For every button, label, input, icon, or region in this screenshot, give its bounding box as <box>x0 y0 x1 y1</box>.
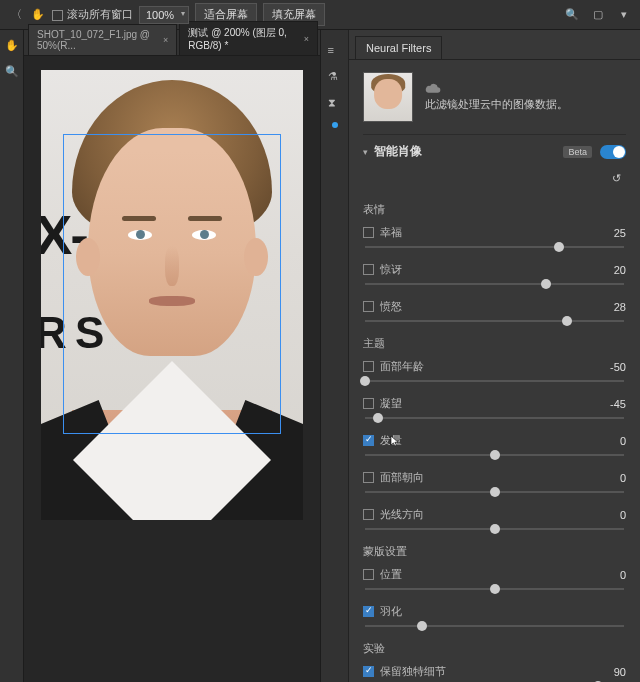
slider-knob[interactable] <box>541 279 551 289</box>
slider-knob[interactable] <box>554 242 564 252</box>
share-icon[interactable]: ▢ <box>590 7 606 23</box>
slider-checkbox[interactable] <box>363 435 374 446</box>
viewport[interactable]: X- R S <box>24 56 320 682</box>
filter-toggle[interactable] <box>600 145 626 159</box>
all-filters-icon[interactable]: ≡ <box>328 44 342 58</box>
tab-label: SHOT_10_072_F1.jpg @ 50%(R... <box>37 29 159 51</box>
workspace-dropdown-icon[interactable]: ▾ <box>616 7 632 23</box>
chevron-down-icon: ▾ <box>363 147 368 157</box>
search-icon[interactable]: 🔍 <box>564 7 580 23</box>
slider-checkbox[interactable] <box>363 398 374 409</box>
slider-track[interactable] <box>365 491 624 493</box>
slider-value: 28 <box>614 301 626 313</box>
slider-value: 0 <box>620 569 626 581</box>
zoom-dropdown[interactable]: 100% <box>139 6 189 24</box>
scroll-all-checkbox[interactable]: 滚动所有窗口 <box>52 7 133 22</box>
slider-surprise: 惊讶20 <box>363 262 626 285</box>
scroll-all-label: 滚动所有窗口 <box>67 8 133 20</box>
slider-track[interactable] <box>365 380 624 382</box>
slider-checkbox[interactable] <box>363 227 374 238</box>
slider-value: 0 <box>620 509 626 521</box>
left-toolbar: ✋ 🔍 <box>0 30 24 682</box>
slider-label: 羽化 <box>380 604 402 619</box>
tab-label: 测试 @ 200% (图层 0, RGB/8) * <box>188 26 299 51</box>
group-label: 蒙版设置 <box>363 544 626 559</box>
slider-track[interactable] <box>365 625 624 627</box>
tab-neural-filters[interactable]: Neural Filters <box>355 36 442 59</box>
slider-label: 凝望 <box>380 396 402 411</box>
slider-knob[interactable] <box>490 450 500 460</box>
panel-scroll[interactable]: ▾ 智能肖像 Beta ↺ 表情 幸福25惊讶20愤怒28主题面部年龄-50凝望… <box>349 134 640 682</box>
slider-label: 面部年龄 <box>380 359 424 374</box>
slider-knob[interactable] <box>417 621 427 631</box>
tab-test[interactable]: 测试 @ 200% (图层 0, RGB/8) *× <box>179 21 318 55</box>
hand-tool-icon[interactable]: ✋ <box>30 7 46 23</box>
slider-track[interactable] <box>365 246 624 248</box>
group-label: 实验 <box>363 641 626 656</box>
slider-label: 保留独特细节 <box>380 664 446 679</box>
slider-light: 光线方向0 <box>363 507 626 530</box>
document-tabs: SHOT_10_072_F1.jpg @ 50%(R...× 测试 @ 200%… <box>24 30 320 56</box>
slider-label: 幸福 <box>380 225 402 240</box>
preview-row: 此滤镜处理云中的图像数据。 <box>349 60 640 134</box>
slider-checkbox[interactable] <box>363 361 374 372</box>
cloud-message: 此滤镜处理云中的图像数据。 <box>425 98 568 112</box>
slider-track[interactable] <box>365 528 624 530</box>
slider-checkbox[interactable] <box>363 569 374 580</box>
slider-head: 面部朝向0 <box>363 470 626 493</box>
panel-strip: ≡ ⚗ ⧗ <box>321 30 349 682</box>
cloud-icon <box>425 82 441 94</box>
slider-track[interactable] <box>365 320 624 322</box>
slider-knob[interactable] <box>490 584 500 594</box>
close-icon[interactable]: × <box>304 34 309 44</box>
slider-label: 光线方向 <box>380 507 424 522</box>
reset-icon[interactable]: ↺ <box>612 172 626 186</box>
slider-value: 90 <box>614 666 626 678</box>
slider-checkbox[interactable] <box>363 264 374 275</box>
back-icon[interactable]: 〈 <box>8 7 24 23</box>
slider-knob[interactable] <box>490 487 500 497</box>
zoom-tool[interactable]: 🔍 <box>3 62 21 80</box>
active-filter-dot-icon[interactable] <box>332 122 338 128</box>
slider-label: 发量 <box>380 433 402 448</box>
slider-track[interactable] <box>365 283 624 285</box>
slider-label: 面部朝向 <box>380 470 424 485</box>
slider-value: -50 <box>610 361 626 373</box>
close-icon[interactable]: × <box>163 35 168 45</box>
group-expression: 表情 <box>363 202 626 217</box>
wait-list-icon[interactable]: ⧗ <box>328 96 342 110</box>
hand-tool[interactable]: ✋ <box>3 36 21 54</box>
neural-filters-panel: ≡ ⚗ ⧗ Neural Filters 此滤镜处理云中的图像数据。 ▾ 智能肖… <box>320 30 640 682</box>
slider-value: -45 <box>610 398 626 410</box>
slider-label: 惊讶 <box>380 262 402 277</box>
slider-knob[interactable] <box>373 413 383 423</box>
slider-checkbox[interactable] <box>363 666 374 677</box>
slider-checkbox[interactable] <box>363 509 374 520</box>
beta-badge: Beta <box>563 146 592 158</box>
bg-text-bottom: R S <box>41 308 102 358</box>
slider-track[interactable] <box>365 454 624 456</box>
slider-label: 愤怒 <box>380 299 402 314</box>
slider-feather: 羽化 <box>363 604 626 627</box>
section-header-smart-portrait[interactable]: ▾ 智能肖像 Beta <box>363 134 626 168</box>
face-thumbnail[interactable] <box>363 72 413 122</box>
panel-tabs: Neural Filters <box>349 30 640 60</box>
section-title: 智能肖像 <box>374 143 563 160</box>
slider-track[interactable] <box>365 588 624 590</box>
slider-knob[interactable] <box>360 376 370 386</box>
slider-checkbox[interactable] <box>363 301 374 312</box>
slider-gaze: 凝望-45 <box>363 396 626 419</box>
canvas-image: X- R S <box>41 70 303 520</box>
slider-value: 0 <box>620 435 626 447</box>
tab-shot[interactable]: SHOT_10_072_F1.jpg @ 50%(R...× <box>28 24 177 55</box>
slider-value: 20 <box>614 264 626 276</box>
slider-value: 25 <box>614 227 626 239</box>
slider-label: 位置 <box>380 567 402 582</box>
slider-track[interactable] <box>365 417 624 419</box>
slider-checkbox[interactable] <box>363 472 374 483</box>
slider-knob[interactable] <box>490 524 500 534</box>
slider-knob[interactable] <box>562 316 572 326</box>
beaker-icon[interactable]: ⚗ <box>328 70 342 84</box>
slider-checkbox[interactable] <box>363 606 374 617</box>
slider-pos_s: 位置0 <box>363 567 626 590</box>
